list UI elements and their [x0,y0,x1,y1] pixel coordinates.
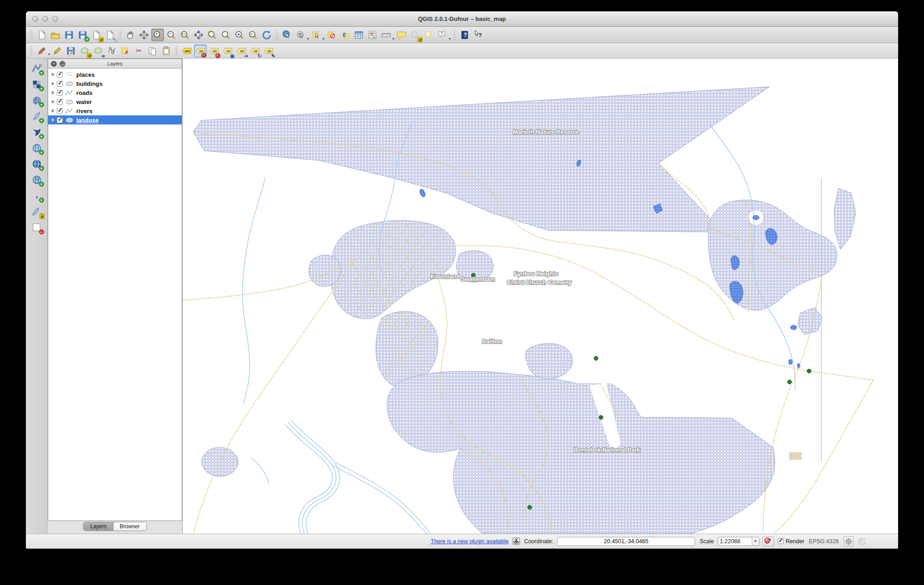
current-edits-dropdown[interactable]: ▾ [48,52,50,58]
highlight-pinned-labels-button[interactable] [208,45,220,57]
deselect-features-button[interactable] [325,29,338,41]
close-window-button[interactable] [32,16,38,22]
add-spatialite-layer-button[interactable] [30,110,44,123]
save-project-button[interactable] [63,29,75,41]
layer-row-places[interactable]: places [48,70,182,79]
run-feature-action-button[interactable] [294,29,307,41]
scale-combo[interactable]: 1:22088 ▼ [718,537,760,546]
minimize-window-button[interactable] [42,16,48,22]
layer-row-rivers[interactable]: rivers [48,106,182,115]
add-wfs-layer-button[interactable] [30,174,44,186]
layer-checkbox[interactable] [57,99,63,105]
layer-label[interactable]: roads [76,89,92,96]
delete-selected-button[interactable]: ✗ [119,45,132,57]
expand-arrow-icon[interactable] [52,109,55,113]
save-layer-edits-button[interactable] [65,45,77,57]
open-project-button[interactable] [49,29,62,41]
tab-layers[interactable]: Layers [84,522,113,530]
zoom-next-button[interactable]: ▸ [247,29,259,41]
layer-label[interactable]: places [76,71,94,78]
tab-browser[interactable]: Browser [113,522,146,530]
layer-checkbox[interactable] [57,108,63,114]
toggle-editing-button[interactable] [51,45,64,57]
select-features-button[interactable] [310,29,323,41]
layer-checkbox[interactable] [57,117,63,123]
node-tool-button[interactable] [105,45,118,57]
coordinate-input[interactable] [557,537,695,546]
paste-features-button[interactable] [160,45,173,57]
crs-status-button[interactable] [844,536,854,546]
new-print-composer-button[interactable] [90,29,103,41]
open-attribute-table-button[interactable] [353,29,365,41]
pan-to-selection-button[interactable] [138,29,150,41]
move-label-button[interactable]: ➜ [235,45,248,57]
remove-layer-button[interactable] [30,221,44,234]
whats-this-button[interactable]: ? [472,29,485,41]
save-project-as-button[interactable] [76,29,89,41]
move-feature-button[interactable]: ➜ [92,45,104,57]
select-features-dropdown[interactable]: ▾ [323,37,324,43]
zoom-native-button[interactable]: 1:1 [179,29,191,41]
layer-label[interactable]: landuse [76,117,99,124]
expand-arrow-icon[interactable] [52,91,55,94]
current-edits-button[interactable] [35,45,48,57]
render-checkbox[interactable] [778,538,784,544]
expand-arrow-icon[interactable] [52,82,55,85]
layer-label[interactable]: buildings [76,80,103,87]
layer-row-landuse[interactable]: landuse [48,115,182,124]
zoom-to-selection-button[interactable] [206,29,219,41]
add-vector-layer-button[interactable] [30,62,44,75]
layer-label[interactable]: water [76,99,92,105]
toolbar-handle[interactable] [30,46,33,56]
help-contents-button[interactable] [458,29,471,41]
map-canvas[interactable]: Marloth Nature Reserve Koornland Swellen… [182,59,898,534]
measure-button[interactable] [380,29,392,41]
new-shapefile-layer-button[interactable]: ▾ [30,205,44,218]
zoom-full-button[interactable] [192,29,205,41]
toolbar-handle[interactable] [30,30,33,40]
layer-checkbox[interactable] [57,81,63,87]
refresh-map-button[interactable] [260,29,273,41]
add-raster-layer-button[interactable] [30,78,44,91]
add-wcs-layer-button[interactable] [30,158,44,170]
composer-manager-button[interactable]: 🔧 [104,29,116,41]
layer-labeling-options-button[interactable] [180,45,193,57]
layer-row-water[interactable]: water [48,97,182,106]
zoom-out-button[interactable]: − [165,29,178,41]
stop-render-button[interactable] [762,536,774,546]
add-mssql-layer-button[interactable] [30,126,44,139]
select-by-expression-button[interactable] [339,29,352,41]
add-delimited-text-layer-button[interactable] [30,189,44,202]
pan-map-button[interactable] [124,29,137,41]
layer-label[interactable]: rivers [76,108,92,114]
resize-grip[interactable] [858,538,865,545]
show-bookmarks-button[interactable] [422,29,435,41]
zoom-to-layer-button[interactable] [219,29,232,41]
pin-unpin-labels-button[interactable] [194,45,207,57]
add-wms-layer-button[interactable] [30,142,44,154]
new-plugin-link[interactable]: There is a new plugin available [431,538,509,545]
layer-row-buildings[interactable]: buildings [48,79,182,88]
new-bookmark-button[interactable] [409,29,422,41]
add-feature-button[interactable] [78,45,91,57]
change-label-button[interactable]: ✎ [262,45,275,57]
expand-arrow-icon[interactable] [52,118,55,122]
plugin-icon[interactable] [512,537,521,545]
copy-features-button[interactable] [146,45,159,57]
feature-action-dropdown[interactable]: ▾ [307,37,309,43]
annotation-dropdown[interactable]: ▾ [449,37,451,43]
zoom-in-button[interactable]: + [151,29,164,41]
zoom-last-button[interactable]: ◂ [233,29,246,41]
measure-dropdown[interactable]: ▾ [392,37,394,43]
layer-checkbox[interactable] [57,90,63,96]
rotate-label-button[interactable]: ↻ [248,45,261,57]
field-calculator-button[interactable] [366,29,379,41]
cut-features-button[interactable]: ✂ [133,45,145,57]
zoom-window-button[interactable] [52,16,58,22]
layer-row-roads[interactable]: roads [48,88,182,97]
chevron-down-icon[interactable]: ▼ [752,537,759,545]
add-postgis-layer-button[interactable] [30,94,44,107]
identify-features-button[interactable] [281,29,293,41]
layer-checkbox[interactable] [57,72,63,78]
expand-arrow-icon[interactable] [52,100,55,104]
